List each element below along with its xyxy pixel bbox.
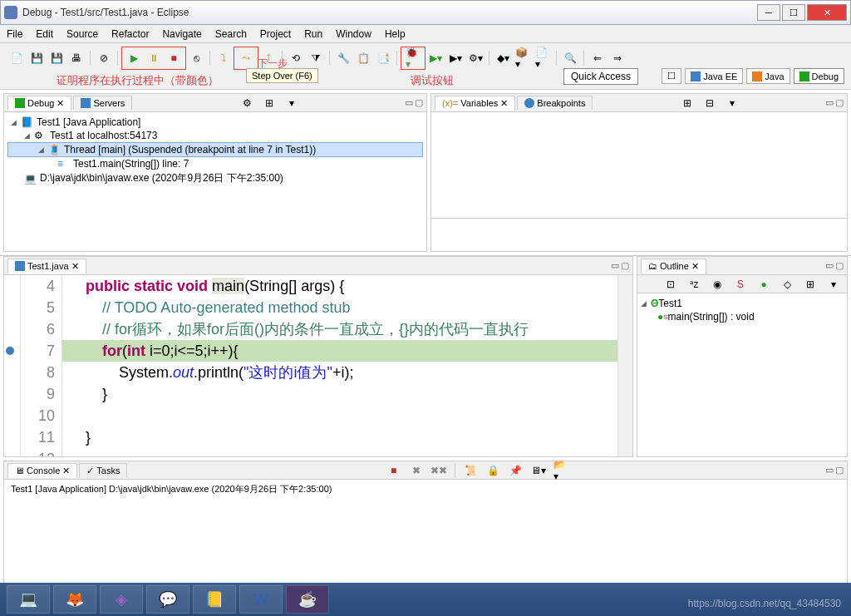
type-icon[interactable]: 📄▾	[535, 51, 550, 66]
console-pin-icon[interactable]: 📌	[509, 463, 524, 478]
outline-method-node[interactable]: main(String[]) : void	[668, 311, 755, 323]
task-wechat[interactable]: 💬	[146, 585, 189, 614]
outline-hide-nonpublic-icon[interactable]: ●	[756, 277, 771, 292]
menu-project[interactable]: Project	[260, 28, 291, 40]
console-display-icon[interactable]: 🖥▾	[531, 463, 546, 478]
console-open-icon[interactable]: 📂▾	[553, 463, 568, 478]
menu-file[interactable]: File	[7, 28, 22, 40]
outline-sort-icon[interactable]: ᵃz	[686, 277, 701, 292]
task-app-1[interactable]: 💻	[7, 585, 50, 614]
debug-view-menu-icon[interactable]: ⚙	[239, 96, 254, 111]
maximize-editor-icon[interactable]: ▢	[621, 260, 629, 271]
maximize-view-icon[interactable]: ▢	[415, 97, 423, 108]
console-removeall-icon[interactable]: ✖✖	[431, 463, 446, 478]
drop-frame-icon[interactable]: ⟲	[288, 51, 303, 66]
maximize-console-icon[interactable]: ▢	[835, 465, 844, 476]
task-word[interactable]: W	[239, 585, 283, 614]
variables-detail[interactable]	[431, 218, 847, 251]
tab-console[interactable]: 🖥 Console ✕	[7, 463, 77, 478]
minimize-editor-icon[interactable]: ▭	[611, 260, 619, 271]
tool2-icon[interactable]: 📋	[356, 51, 371, 66]
run-icon[interactable]: ▶▾	[428, 51, 443, 66]
console-lock-icon[interactable]: 🔒	[486, 463, 501, 478]
task-visualstudio[interactable]: ◈	[100, 585, 143, 614]
menu-run[interactable]: Run	[304, 28, 322, 40]
skip-breakpoints-icon[interactable]: ⊘	[96, 51, 111, 66]
debug-app-node[interactable]: Test1 [Java Application]	[37, 116, 140, 128]
outline-hide-local-icon[interactable]: ◇	[780, 277, 794, 292]
maximize-outline-icon[interactable]: ▢	[835, 260, 844, 271]
code-content[interactable]: public static void main(String[] args) {…	[62, 275, 617, 456]
tab-breakpoints[interactable]: Breakpoints	[517, 96, 593, 110]
menu-source[interactable]: Source	[66, 28, 98, 40]
debug-view-dropdown-icon[interactable]: ▾	[284, 96, 299, 111]
new-package-icon[interactable]: 📦▾	[515, 51, 530, 66]
vars-collapse-icon[interactable]: ⊟	[702, 96, 717, 111]
perspective-debug[interactable]: Debug	[794, 68, 844, 84]
tool-icon[interactable]: 🔧	[336, 51, 351, 66]
menu-help[interactable]: Help	[385, 28, 406, 40]
task-eclipse[interactable]: ☕	[286, 585, 329, 614]
maximize-button[interactable]: ☐	[782, 4, 805, 21]
debug-view-tree-icon[interactable]: ⊞	[262, 96, 277, 111]
vars-layout-icon[interactable]: ⊞	[680, 96, 695, 111]
quick-access-field[interactable]: Quick Access	[563, 68, 638, 85]
forward-icon[interactable]: ⇒	[610, 51, 625, 66]
minimize-console-icon[interactable]: ▭	[825, 465, 834, 476]
save-all-icon[interactable]: 💾	[49, 51, 64, 66]
tab-servers[interactable]: Servers	[73, 96, 132, 110]
debug-frame-node[interactable]: Test1.main(String[]) line: 7	[73, 158, 189, 170]
resume-icon[interactable]: ▶	[126, 51, 141, 66]
disconnect-icon[interactable]: ⎋	[189, 51, 204, 66]
console-remove-icon[interactable]: ✖	[409, 463, 424, 478]
outline-link-icon[interactable]: ⊞	[803, 277, 818, 292]
debug-thread-node[interactable]: Thread [main] (Suspended (breakpoint at …	[64, 144, 316, 155]
tab-tasks[interactable]: ✓ Tasks	[79, 463, 127, 478]
variables-content[interactable]	[431, 112, 847, 218]
minimize-view-icon[interactable]: ▭	[405, 97, 413, 108]
menu-window[interactable]: Window	[336, 28, 371, 40]
console-terminate-icon[interactable]: ■	[386, 463, 401, 478]
menu-edit[interactable]: Edit	[36, 28, 53, 40]
outline-tree[interactable]: ◢Θ Test1 ●S main(String[]) : void	[637, 293, 847, 327]
perspective-java[interactable]: Java	[746, 68, 790, 84]
task-firefox[interactable]: 🦊	[53, 585, 96, 614]
outline-hide-fields-icon[interactable]: ◉	[710, 277, 725, 292]
menu-navigate[interactable]: Navigate	[162, 28, 201, 40]
print-icon[interactable]: 🖶	[69, 51, 84, 66]
perspective-java-ee[interactable]: Java EE	[685, 68, 743, 84]
debug-process-node[interactable]: D:\java\jdk\bin\javaw.exe (2020年9月26日 下午…	[40, 171, 283, 185]
close-button[interactable]: ✕	[807, 4, 847, 21]
console-clear-icon[interactable]: 📜	[464, 463, 479, 478]
open-perspective-button[interactable]: ☐	[662, 68, 681, 84]
run-last-icon[interactable]: ▶▾	[448, 51, 463, 66]
minimize-outline-icon[interactable]: ▭	[825, 260, 834, 271]
editor-tab-test1[interactable]: Test1.java ✕	[7, 259, 86, 274]
editor-scrollbar[interactable]	[617, 275, 632, 456]
terminate-icon[interactable]: ■	[166, 51, 181, 66]
step-filter-icon[interactable]: ⧩	[308, 51, 323, 66]
task-notes[interactable]: 📒	[193, 585, 236, 614]
save-icon[interactable]: 💾	[29, 51, 44, 66]
search2-icon[interactable]: 🔍	[563, 51, 578, 66]
outline-hide-static-icon[interactable]: S	[733, 277, 748, 292]
tool3-icon[interactable]: 📑	[376, 51, 391, 66]
vars-menu-icon[interactable]: ▾	[725, 96, 740, 111]
outline-focus-icon[interactable]: ⊡	[663, 277, 678, 292]
debug-tree[interactable]: ◢📘Test1 [Java Application] ◢⚙Test1 at lo…	[4, 112, 426, 251]
new-icon[interactable]: 📄	[9, 51, 24, 66]
suspend-icon[interactable]: ⏸	[146, 51, 161, 66]
menu-search[interactable]: Search	[215, 28, 247, 40]
outline-class-node[interactable]: Test1	[658, 298, 682, 309]
external-icon[interactable]: ⚙▾	[468, 51, 483, 66]
new-class-icon[interactable]: ◆▾	[495, 51, 510, 66]
editor-body[interactable]: ➔ 4 5 6 7 8 9 10 11 12 public static voi…	[4, 275, 632, 456]
minimize-vars-icon[interactable]: ▭	[825, 97, 834, 108]
debug-icon[interactable]: 🐞▾	[406, 51, 421, 66]
maximize-vars-icon[interactable]: ▢	[835, 97, 844, 108]
debug-vm-node[interactable]: Test1 at localhost:54173	[50, 130, 157, 141]
breakpoint-marker-icon[interactable]	[6, 347, 14, 355]
outline-menu-icon[interactable]: ▾	[826, 277, 841, 292]
tab-debug[interactable]: Debug ✕	[7, 96, 71, 111]
tab-variables[interactable]: (x)= Variables ✕	[435, 96, 515, 111]
